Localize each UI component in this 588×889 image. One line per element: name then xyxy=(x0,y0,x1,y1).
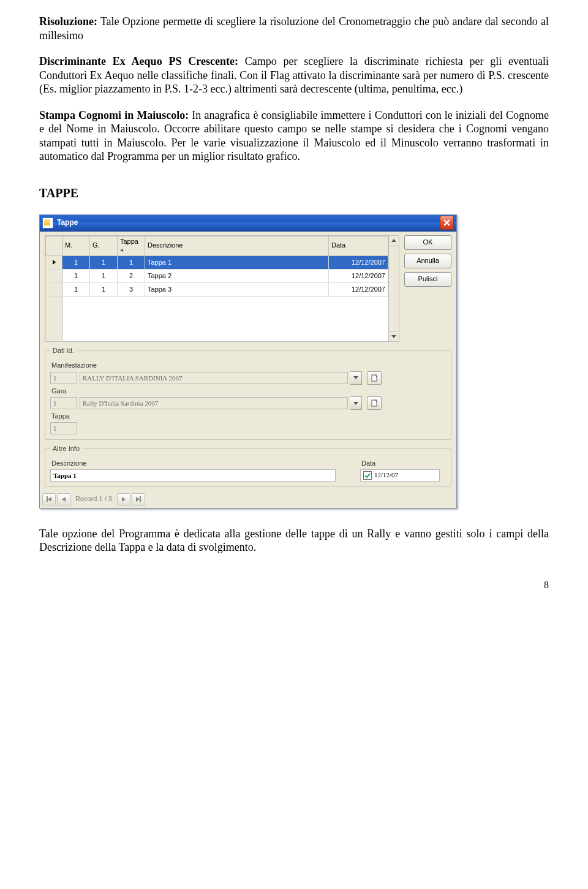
document-icon xyxy=(371,399,378,407)
label-data: Data xyxy=(361,460,446,468)
record-position: Record 1 / 3 xyxy=(75,495,112,504)
first-icon xyxy=(48,497,51,502)
manifestazione-new-button[interactable] xyxy=(367,371,382,385)
row-indicator-icon xyxy=(53,260,56,265)
manifestazione-dropdown[interactable] xyxy=(350,371,362,385)
grid-scrollbar[interactable] xyxy=(389,235,399,342)
fieldset-altre-info: Altre Info Descrizione Data 12/12/07 xyxy=(45,445,451,487)
legend-dati-id: Dati Id. xyxy=(50,347,77,355)
app-icon xyxy=(42,218,53,229)
label-manifestazione: Manifestazione xyxy=(51,361,446,370)
data-value[interactable]: 12/12/07 xyxy=(374,471,398,480)
paragraph-tappe-desc: Tale opzione del Programma è dedicata al… xyxy=(39,527,549,554)
label-gara: Gara xyxy=(51,387,446,396)
paragraph-discriminante: Discriminante Ex Aequo PS Crescente: Cam… xyxy=(39,55,549,96)
gara-dropdown[interactable] xyxy=(350,396,362,410)
col-m[interactable]: M. xyxy=(62,236,90,256)
window-tappe: Tappe M. G. Tappa Descrizione Data xyxy=(39,214,457,509)
next-icon xyxy=(122,497,126,502)
data-checkbox[interactable] xyxy=(363,471,372,480)
manifestazione-name-field xyxy=(80,372,348,384)
nav-next-button[interactable] xyxy=(117,493,130,505)
table-row[interactable]: 1 1 2 Tappa 2 12/12/2007 xyxy=(46,270,388,283)
chevron-down-icon xyxy=(353,376,358,379)
table-row[interactable]: 1 1 1 Tappa 1 12/12/2007 xyxy=(46,256,388,270)
record-navigator: Record 1 / 3 xyxy=(40,492,456,508)
close-icon xyxy=(443,219,450,226)
document-icon xyxy=(371,374,378,382)
label-risoluzione: Risoluzione: xyxy=(39,15,97,28)
paragraph-risoluzione: Risoluzione: Tale Opzione permette di sc… xyxy=(39,15,549,42)
gara-name-field xyxy=(80,397,348,409)
page-number: 8 xyxy=(39,579,549,591)
window-title: Tappe xyxy=(57,218,440,227)
scroll-down-button[interactable] xyxy=(389,331,399,341)
pulisci-button[interactable]: Pulisci xyxy=(404,272,451,287)
col-descrizione[interactable]: Descrizione xyxy=(145,236,329,256)
gara-new-button[interactable] xyxy=(367,396,382,410)
chevron-down-icon xyxy=(391,335,396,338)
col-tappa[interactable]: Tappa xyxy=(118,236,145,256)
col-g[interactable]: G. xyxy=(90,236,118,256)
paragraph-stampa-cognomi: Stampa Cognomi in Maiuscolo: In anagrafi… xyxy=(39,108,549,164)
descrizione-input[interactable] xyxy=(50,469,336,482)
grid-header-row: M. G. Tappa Descrizione Data xyxy=(46,236,388,256)
tappe-grid[interactable]: M. G. Tappa Descrizione Data 1 1 1 Tappa… xyxy=(45,235,389,342)
label-tappa: Tappa xyxy=(51,412,446,421)
manifestazione-id-field xyxy=(50,372,77,384)
gara-id-field xyxy=(50,397,77,409)
chevron-up-icon xyxy=(391,239,396,242)
chevron-down-icon xyxy=(353,402,358,405)
close-button[interactable] xyxy=(440,216,454,230)
col-data[interactable]: Data xyxy=(329,236,388,256)
titlebar[interactable]: Tappe xyxy=(40,215,456,232)
nav-first-button[interactable] xyxy=(42,493,56,505)
label-stampa-cognomi: Stampa Cognomi in Maiuscolo: xyxy=(39,109,189,121)
label-descrizione: Descrizione xyxy=(51,460,336,468)
annulla-button[interactable]: Annulla xyxy=(404,254,451,268)
fieldset-dati-id: Dati Id. Manifestazione Gara Tappa xyxy=(45,347,451,440)
tappa-id-field xyxy=(50,422,77,434)
nav-prev-button[interactable] xyxy=(57,493,70,505)
label-discriminante: Discriminante Ex Aequo PS Crescente: xyxy=(39,55,238,67)
nav-last-button[interactable] xyxy=(132,493,145,505)
scroll-up-button[interactable] xyxy=(389,236,399,246)
check-icon xyxy=(364,472,371,479)
legend-altre-info: Altre Info xyxy=(50,445,82,453)
table-row[interactable]: 1 1 3 Tappa 3 12/12/2007 xyxy=(46,283,388,297)
prev-icon xyxy=(62,497,66,502)
heading-tappe: TAPPE xyxy=(39,186,549,201)
ok-button[interactable]: OK xyxy=(404,235,451,250)
